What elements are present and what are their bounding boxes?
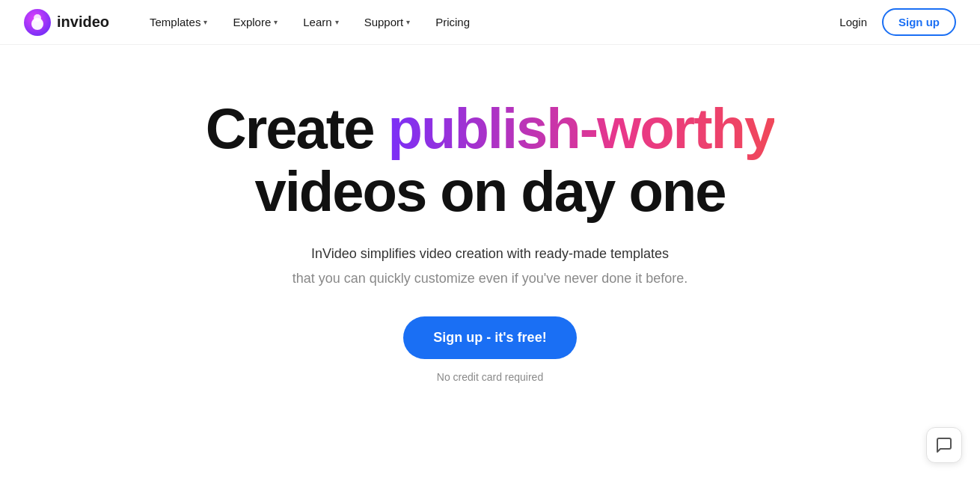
logo-icon	[24, 9, 51, 36]
nav-item-pricing[interactable]: Pricing	[425, 10, 480, 34]
svg-point-2	[34, 14, 41, 22]
nav-item-templates[interactable]: Templates ▾	[139, 10, 218, 34]
nav-actions: Login Sign up	[836, 8, 956, 36]
hero-section: Create publish-worthy videos on day one …	[0, 45, 980, 428]
hero-note: No credit card required	[437, 371, 543, 383]
logo-text: invideo	[57, 13, 109, 31]
login-button[interactable]: Login	[836, 10, 870, 34]
hero-subtext-primary: InVideo simplifies video creation with r…	[311, 243, 669, 265]
chat-bubble-button[interactable]	[926, 427, 962, 463]
hero-gradient-text: publish-worthy	[388, 96, 775, 160]
chat-icon	[935, 436, 953, 454]
nav-item-support[interactable]: Support ▾	[354, 10, 421, 34]
explore-chevron-icon: ▾	[274, 18, 278, 26]
nav-links: Templates ▾ Explore ▾ Learn ▾ Support ▾ …	[139, 10, 836, 34]
hero-headline: Create publish-worthy videos on day one	[206, 97, 774, 222]
nav-item-explore[interactable]: Explore ▾	[222, 10, 288, 34]
signup-button[interactable]: Sign up	[882, 8, 956, 36]
hero-subtext-secondary: that you can quickly customize even if y…	[293, 268, 688, 289]
logo[interactable]: invideo	[24, 9, 109, 36]
learn-chevron-icon: ▾	[335, 18, 339, 26]
cta-button[interactable]: Sign up - it's free!	[403, 316, 576, 359]
nav-item-learn[interactable]: Learn ▾	[293, 10, 349, 34]
templates-chevron-icon: ▾	[203, 18, 207, 26]
navbar: invideo Templates ▾ Explore ▾ Learn ▾ Su…	[0, 0, 980, 45]
support-chevron-icon: ▾	[406, 18, 410, 26]
